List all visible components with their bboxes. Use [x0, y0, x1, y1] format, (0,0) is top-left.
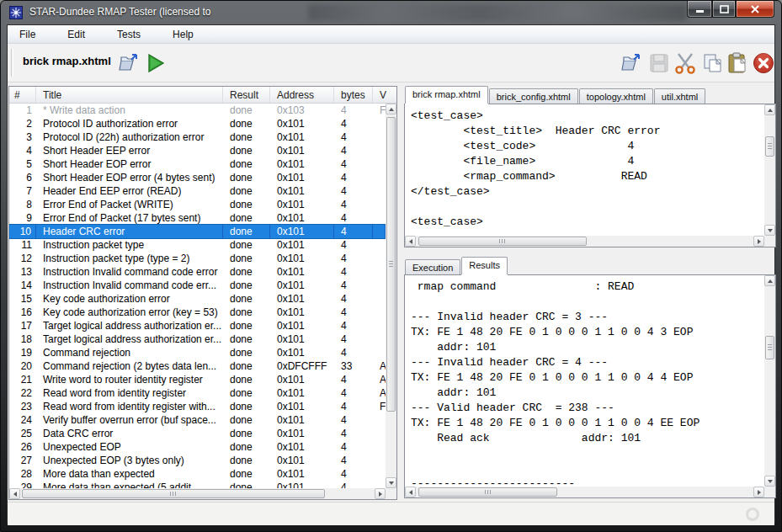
table-row[interactable]: 1 * Write data action done 0x103 4 FF [9, 104, 386, 117]
table-row[interactable]: 10 Header CRC error done 0x101 4 [9, 225, 386, 238]
table-row[interactable]: 28 More data than expected done 0x101 4 [9, 467, 386, 481]
table-row[interactable]: 9 Error End of Packet (17 bytes sent) do… [9, 211, 386, 225]
editor-vertical-scrollbar[interactable] [764, 104, 775, 236]
row-value [373, 454, 386, 467]
table-row[interactable]: 27 Unexpected EOP (3 bytes only) done 0x… [9, 454, 386, 467]
results-output-view[interactable]: rmap command : READ --- Invalid header C… [405, 275, 764, 487]
row-result: done [223, 400, 270, 413]
table-row[interactable]: 25 Data CRC error done 0x101 4 [9, 427, 386, 440]
menu-item[interactable]: Tests [109, 26, 149, 43]
table-row[interactable]: 17 Target logical address authorization … [9, 319, 386, 332]
results-tab[interactable]: Execution [405, 259, 460, 274]
column-header-bytes[interactable]: bytes [334, 87, 373, 103]
close-document-button[interactable] [752, 51, 775, 75]
table-header: # Title Result Address bytes V [9, 87, 396, 104]
table-row[interactable]: 22 Read word from identity register done… [9, 386, 386, 400]
row-result: done [223, 373, 270, 386]
row-value [373, 481, 386, 488]
table-row[interactable]: 5 Short Header EOP error done 0x101 4 [9, 157, 386, 171]
column-header-value[interactable]: V [373, 87, 396, 103]
column-header-number[interactable]: # [9, 87, 36, 103]
scroll-left-button[interactable] [9, 488, 20, 499]
results-hscroll-thumb[interactable] [418, 487, 557, 497]
scroll-right-button[interactable] [375, 488, 386, 499]
table-hscroll-thumb[interactable] [22, 489, 325, 498]
table-vscroll-thumb[interactable] [386, 117, 396, 412]
table-row[interactable]: 24 Verify buffer overrun error (buf spac… [9, 413, 386, 427]
column-header-result[interactable]: Result [223, 87, 270, 103]
scroll-down-button[interactable] [764, 476, 775, 487]
toolbar-grip[interactable] [11, 49, 13, 77]
row-value: A [373, 386, 386, 400]
scroll-down-button[interactable] [386, 477, 396, 488]
table-row[interactable]: 2 Protocol ID authorization error done 0… [9, 117, 386, 130]
row-value [373, 130, 386, 144]
scroll-left-button[interactable] [405, 236, 416, 247]
results-vertical-scrollbar[interactable] [764, 275, 775, 487]
table-row[interactable]: 6 Short Header EOP error (4 bytes sent) … [9, 171, 386, 184]
results-tab[interactable]: Results [461, 257, 508, 274]
table-row[interactable]: 26 Unexpected EOP done 0x101 4 [9, 440, 386, 454]
row-address: 0x101 [270, 252, 334, 265]
row-address: 0x103 [270, 104, 334, 117]
table-row[interactable]: 4 Short Header EEP error done 0x101 4 [9, 144, 386, 157]
scroll-up-button[interactable] [386, 104, 396, 114]
scroll-up-button[interactable] [764, 275, 775, 286]
table-row[interactable]: 8 Error End of Packet (WRITE) done 0x101… [9, 198, 386, 211]
editor-vscroll-thumb[interactable] [765, 136, 774, 157]
open-file-button[interactable] [118, 51, 141, 75]
menu-item[interactable]: Help [164, 26, 202, 43]
scroll-up-button[interactable] [764, 104, 775, 115]
cut-button[interactable] [673, 51, 697, 75]
scroll-down-button[interactable] [764, 225, 775, 236]
table-row[interactable]: 21 Write word to router identity registe… [9, 373, 386, 386]
table-row[interactable]: 12 Instruction packet type (type = 2) do… [9, 252, 386, 265]
results-vscroll-thumb[interactable] [765, 336, 774, 359]
maximize-button[interactable] [712, 1, 736, 18]
menu-item[interactable]: Edit [59, 26, 93, 43]
xml-code-view[interactable]: <test_case> <test_title> Header CRC erro… [405, 104, 764, 236]
table-row[interactable]: 14 Instruction Invalid command code err.… [9, 279, 386, 292]
window-controls [687, 1, 774, 19]
table-row[interactable]: 19 Command rejection done 0x101 4 [9, 346, 386, 359]
editor-hscroll-thumb[interactable] [418, 237, 587, 246]
results-horizontal-scrollbar[interactable] [405, 487, 764, 497]
editor-tab[interactable]: brick rmap.xhtml [405, 86, 488, 104]
row-result: done [223, 346, 270, 359]
table-row[interactable]: 3 Protocol ID (22h) authorization error … [9, 130, 386, 144]
save-button-disabled[interactable] [647, 51, 671, 75]
row-address: 0x101 [270, 238, 334, 252]
minimize-button[interactable] [687, 1, 712, 18]
table-row[interactable]: 13 Instruction Invalid command code erro… [9, 265, 386, 279]
row-result: done [223, 171, 270, 184]
close-button[interactable] [736, 1, 774, 18]
table-row[interactable]: 23 Read word from identity register with… [9, 400, 386, 413]
table-row[interactable]: 11 Instruction packet type done 0x101 4 [9, 238, 386, 252]
run-tests-button[interactable] [144, 51, 168, 75]
table-row[interactable]: 20 Command rejection (2 bytes data len..… [9, 359, 386, 373]
table-horizontal-scrollbar[interactable] [9, 488, 386, 499]
editor-horizontal-scrollbar[interactable] [405, 236, 764, 247]
editor-tab[interactable]: topology.xhtml [579, 88, 653, 104]
titlebar[interactable]: STAR-Dundee RMAP Tester (licensed to [1, 1, 781, 24]
table-vertical-scrollbar[interactable] [386, 104, 396, 488]
status-indicator-icon [746, 508, 759, 521]
paste-button[interactable] [726, 51, 749, 75]
row-result: done [223, 467, 270, 481]
row-title: Data CRC error [36, 427, 223, 440]
table-row[interactable]: 18 Target logical address authorization … [9, 332, 386, 346]
scroll-left-button[interactable] [405, 487, 416, 497]
table-row[interactable]: 29 More data than expected (5 addit... d… [9, 481, 386, 488]
column-header-title[interactable]: Title [36, 87, 223, 103]
column-header-address[interactable]: Address [270, 87, 334, 103]
copy-button[interactable] [700, 51, 724, 75]
table-row[interactable]: 15 Key code authorization error done 0x1… [9, 292, 386, 306]
open-file-button-right[interactable] [620, 51, 644, 75]
scroll-right-button[interactable] [753, 236, 764, 247]
editor-tab[interactable]: brick_config.xhtml [489, 88, 578, 104]
editor-tab[interactable]: util.xhtml [654, 88, 705, 104]
menu-item[interactable]: File [11, 26, 44, 43]
table-row[interactable]: 16 Key code authorization error (key = 5… [9, 306, 386, 319]
table-row[interactable]: 7 Header End EEP error (READ) done 0x101… [9, 184, 386, 198]
scroll-right-button[interactable] [753, 487, 764, 497]
